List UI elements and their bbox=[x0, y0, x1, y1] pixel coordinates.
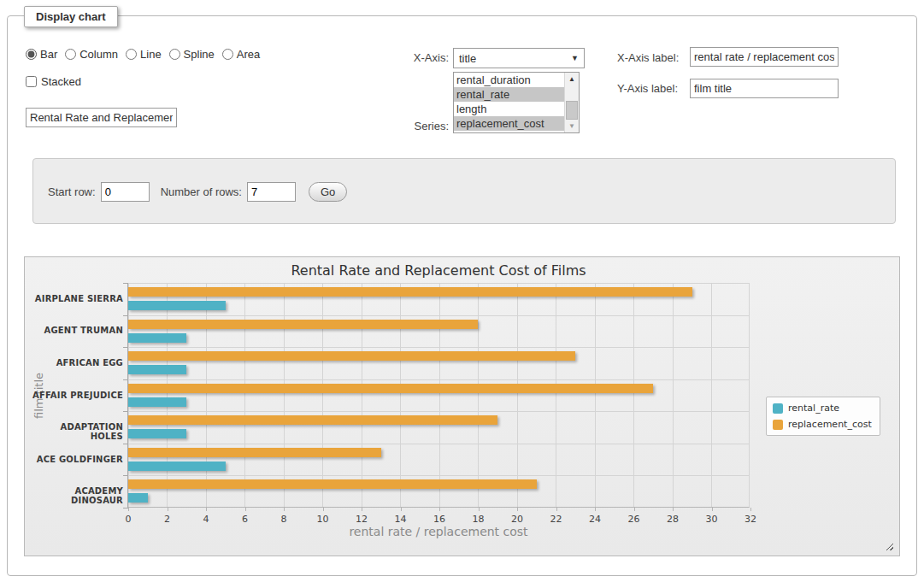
legend-item-rental_rate[interactable]: rental_rate bbox=[773, 403, 872, 414]
y-axis-tick bbox=[123, 347, 128, 348]
bar-rental_rate[interactable] bbox=[128, 429, 186, 438]
bar-rental_rate[interactable] bbox=[128, 493, 148, 503]
go-button[interactable]: Go bbox=[309, 182, 347, 202]
bar-replacement_cost[interactable] bbox=[128, 448, 381, 457]
bar-replacement_cost[interactable] bbox=[128, 384, 653, 393]
series-option-replacement-cost[interactable]: replacement_cost bbox=[454, 116, 564, 131]
bar-replacement_cost[interactable] bbox=[128, 479, 537, 489]
chart-type-radio-area[interactable]: Area bbox=[222, 48, 260, 61]
y-axis-tick bbox=[123, 379, 128, 380]
series-options: rental_duration rental_rate length repla… bbox=[454, 73, 564, 132]
radio-input-column[interactable] bbox=[65, 49, 76, 60]
x-tick-label: 18 bbox=[462, 514, 496, 525]
rows-panel: Start row: Number of rows: Go bbox=[32, 158, 896, 224]
y-axis-label-caption: Y-Axis label: bbox=[617, 82, 678, 95]
x-tick-label: 20 bbox=[500, 514, 534, 525]
x-axis-tick bbox=[750, 508, 751, 511]
num-rows-input[interactable] bbox=[247, 182, 296, 202]
bar-rental_rate[interactable] bbox=[128, 397, 186, 407]
bar-rental_rate[interactable] bbox=[128, 301, 226, 310]
x-tick-label: 0 bbox=[111, 514, 145, 525]
bar-rental_rate[interactable] bbox=[128, 365, 186, 374]
category-label: ACE GOLDFINGER bbox=[29, 455, 123, 464]
x-axis-tick bbox=[556, 508, 557, 511]
x-axis-select[interactable]: title ▼ bbox=[453, 48, 585, 68]
x-axis-tick bbox=[128, 508, 129, 511]
radio-label-column: Column bbox=[79, 48, 118, 61]
radio-label-bar: Bar bbox=[40, 48, 57, 61]
scroll-down-icon[interactable]: ▼ bbox=[565, 120, 579, 132]
series-option-length[interactable]: length bbox=[454, 102, 564, 116]
series-option-rental-duration[interactable]: rental_duration bbox=[454, 73, 564, 87]
num-rows-label: Number of rows: bbox=[161, 185, 242, 198]
x-tick-label: 14 bbox=[384, 514, 418, 525]
series-listbox-scrollbar[interactable]: ▲ ▼ bbox=[564, 73, 579, 132]
bar-rental_rate[interactable] bbox=[128, 461, 226, 471]
stacked-label: Stacked bbox=[41, 75, 81, 88]
x-tick-label: 12 bbox=[344, 514, 379, 525]
radio-label-spline: Spline bbox=[184, 48, 215, 61]
x-tick-label: 10 bbox=[306, 514, 340, 525]
y-axis-tick bbox=[123, 283, 128, 284]
chart-type-radio-spline[interactable]: Spline bbox=[169, 48, 215, 61]
radio-input-area[interactable] bbox=[222, 49, 233, 60]
radio-input-spline[interactable] bbox=[169, 49, 180, 60]
bar-replacement_cost[interactable] bbox=[128, 415, 497, 425]
y-axis-tick bbox=[123, 315, 128, 316]
legend-label: rental_rate bbox=[788, 403, 839, 414]
x-tick-label: 8 bbox=[267, 514, 301, 525]
radio-label-line: Line bbox=[140, 48, 162, 61]
x-axis-title: rental rate / replacement cost bbox=[127, 525, 750, 538]
x-axis-tick bbox=[362, 508, 362, 511]
scrollbar-thumb[interactable] bbox=[566, 101, 578, 120]
x-tick-label: 30 bbox=[695, 514, 729, 525]
chart-container: Rental Rate and Replacement Cost of Film… bbox=[24, 256, 900, 556]
series-option-rental-rate[interactable]: rental_rate bbox=[454, 87, 564, 102]
chart-type-radio-group: Bar Column Line Spline Area bbox=[26, 48, 260, 61]
category-label: ADAPTATION HOLES bbox=[29, 422, 123, 441]
stacked-checkbox[interactable] bbox=[26, 76, 37, 87]
x-axis-tick bbox=[245, 508, 246, 511]
x-axis-select-label: X-Axis: bbox=[389, 51, 449, 64]
chart-title-input[interactable] bbox=[26, 108, 177, 127]
bar-replacement_cost[interactable] bbox=[128, 287, 692, 297]
stacked-checkbox-row[interactable]: Stacked bbox=[26, 75, 81, 88]
x-tick-label: 22 bbox=[539, 514, 574, 525]
x-tick-label: 32 bbox=[733, 514, 768, 525]
x-axis-tick bbox=[284, 508, 285, 511]
chart-legend: rental_ratereplacement_cost bbox=[766, 397, 880, 436]
series-select-label: Series: bbox=[389, 120, 449, 132]
chart-type-radio-column[interactable]: Column bbox=[65, 48, 118, 61]
x-axis-tick bbox=[401, 508, 402, 511]
x-tick-label: 16 bbox=[422, 514, 456, 525]
bar-rental_rate[interactable] bbox=[128, 333, 186, 343]
y-axis-tick bbox=[123, 475, 128, 476]
x-tick-label: 24 bbox=[578, 514, 612, 525]
chart-type-radio-bar[interactable]: Bar bbox=[26, 48, 57, 61]
scroll-up-icon[interactable]: ▲ bbox=[565, 73, 579, 85]
y-axis-label-input[interactable] bbox=[690, 79, 839, 98]
chart-title: Rental Rate and Replacement Cost of Film… bbox=[25, 262, 852, 279]
bar-replacement_cost[interactable] bbox=[128, 320, 478, 329]
radio-input-line[interactable] bbox=[126, 49, 137, 60]
legend-item-replacement_cost[interactable]: replacement_cost bbox=[773, 419, 872, 430]
category-label: AGENT TRUMAN bbox=[29, 326, 123, 335]
x-axis-label-input[interactable] bbox=[690, 47, 839, 67]
x-axis-tick bbox=[323, 508, 324, 511]
x-axis-tick bbox=[439, 508, 440, 511]
x-axis-selected-value: title bbox=[459, 52, 476, 65]
legend-swatch-icon bbox=[773, 420, 783, 430]
y-axis-tick bbox=[123, 411, 128, 412]
rows-panel-content: Start row: Number of rows: Go bbox=[48, 182, 347, 202]
x-tick-label: 2 bbox=[150, 514, 185, 525]
x-axis-tick bbox=[595, 508, 596, 511]
radio-label-area: Area bbox=[237, 48, 260, 61]
chart-type-radio-line[interactable]: Line bbox=[126, 48, 162, 61]
resize-handle-icon[interactable] bbox=[884, 541, 893, 550]
radio-input-bar[interactable] bbox=[26, 49, 37, 60]
bar-replacement_cost[interactable] bbox=[128, 351, 575, 361]
start-row-input[interactable] bbox=[101, 182, 150, 202]
legend-label: replacement_cost bbox=[788, 419, 872, 430]
series-listbox[interactable]: rental_duration rental_rate length repla… bbox=[453, 72, 580, 133]
x-tick-label: 28 bbox=[656, 514, 690, 525]
